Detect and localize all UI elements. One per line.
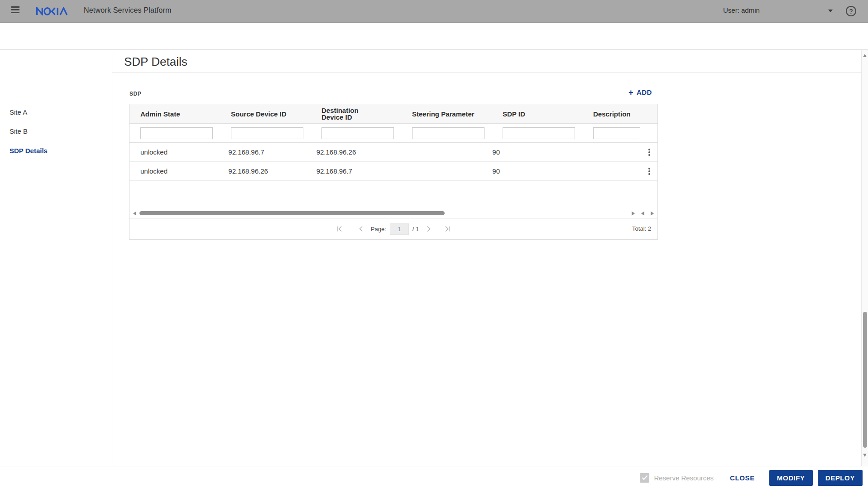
add-button[interactable]: + ADD <box>628 88 652 96</box>
footer-action-bar: Reserve Resources CLOSE MODIFY DEPLOY <box>0 466 868 489</box>
help-button[interactable]: ? <box>846 6 856 16</box>
first-page-button[interactable] <box>336 225 344 232</box>
filter-input-steering-parameter[interactable] <box>412 127 484 139</box>
column-scroll-left-icon[interactable] <box>641 211 644 216</box>
main-content: SDP Details SDP + ADD Admin State Source… <box>112 50 861 466</box>
help-icon: ? <box>849 8 853 15</box>
column-scroll-right-icon[interactable] <box>651 211 654 216</box>
column-header-steering-parameter[interactable]: Steering Parameter <box>401 111 492 117</box>
sdp-table: Admin State Source Device ID Destination… <box>129 104 658 240</box>
table-row[interactable]: unlocked 92.168.96.7 92.168.96.26 90 <box>129 143 657 162</box>
menu-button[interactable] <box>11 6 19 16</box>
cell-source-device-id: 92.168.96.7 <box>217 148 305 156</box>
scroll-left-icon[interactable] <box>133 211 136 216</box>
cell-destination-device-id: 92.168.96.7 <box>306 167 393 175</box>
column-header-sdp-id[interactable]: SDP ID <box>492 111 582 117</box>
reserve-resources-checkbox[interactable] <box>640 473 649 483</box>
page-label: Page: <box>371 226 386 232</box>
filter-input-admin-state[interactable] <box>140 127 213 139</box>
page-header: Edit Service: DemoEpipe <box>0 23 868 50</box>
last-page-button[interactable] <box>443 225 451 232</box>
kebab-icon <box>648 149 650 150</box>
page-input[interactable]: 1 <box>390 223 409 235</box>
plus-icon: + <box>628 89 633 96</box>
pagination-bar: Page: 1 / 1 Total: 2 <box>129 218 657 239</box>
app-root: Network Services Platform User: admin ? … <box>0 0 868 489</box>
hamburger-icon <box>11 6 19 8</box>
sdp-panel-label: SDP <box>129 91 141 97</box>
filter-input-sdp-id[interactable] <box>503 127 575 139</box>
cell-source-device-id: 92.168.96.26 <box>217 167 305 175</box>
total-count: Total: 2 <box>632 225 651 232</box>
user-menu[interactable]: User: admin <box>723 6 760 14</box>
deploy-button[interactable]: DEPLOY <box>818 470 863 486</box>
row-menu-button[interactable] <box>644 165 655 177</box>
chevron-down-icon[interactable] <box>828 10 833 12</box>
cell-sdp-id: 90 <box>481 167 569 175</box>
add-button-label: ADD <box>637 88 652 96</box>
scroll-down-icon[interactable] <box>863 454 867 457</box>
filter-input-source-device-id[interactable] <box>231 127 303 139</box>
horizontal-scrollbar-thumb[interactable] <box>139 211 445 215</box>
column-header-description[interactable]: Description <box>582 111 657 117</box>
cell-admin-state: unlocked <box>129 167 217 175</box>
sidebar-item-sdp-details[interactable]: SDP Details <box>10 147 48 155</box>
nokia-logo <box>36 7 68 17</box>
close-button[interactable]: CLOSE <box>730 474 755 482</box>
reserve-resources-label: Reserve Resources <box>654 474 714 482</box>
app-title: Network Services Platform <box>84 6 172 15</box>
column-header-destination-device-id[interactable]: Destination Device ID <box>311 107 401 121</box>
table-header-row: Admin State Source Device ID Destination… <box>129 104 657 124</box>
scroll-right-icon[interactable] <box>632 211 635 216</box>
filter-input-description[interactable] <box>593 127 640 139</box>
table-filter-row <box>129 124 657 143</box>
sidebar-item-site-a[interactable]: Site A <box>10 108 27 116</box>
column-header-admin-state[interactable]: Admin State <box>129 111 220 117</box>
horizontal-scrollbar[interactable] <box>129 208 657 218</box>
cell-sdp-id: 90 <box>481 148 569 156</box>
cell-destination-device-id: 92.168.96.26 <box>306 148 393 156</box>
column-header-source-device-id[interactable]: Source Device ID <box>220 111 311 117</box>
row-menu-button[interactable] <box>644 146 655 158</box>
page-total-label: / 1 <box>412 226 419 232</box>
prev-page-button[interactable] <box>358 225 364 232</box>
sidebar-item-site-b[interactable]: Site B <box>10 127 28 135</box>
check-icon <box>642 475 648 480</box>
topbar: Network Services Platform User: admin ? <box>0 0 868 23</box>
kebab-icon <box>648 168 650 169</box>
table-row[interactable]: unlocked 92.168.96.26 92.168.96.7 90 <box>129 162 657 181</box>
vertical-scrollbar[interactable] <box>861 50 868 466</box>
next-page-button[interactable] <box>426 225 432 232</box>
vertical-scrollbar-thumb[interactable] <box>863 312 867 448</box>
modify-button[interactable]: MODIFY <box>769 470 813 486</box>
section-title: SDP Details <box>124 55 187 69</box>
filter-input-destination-device-id[interactable] <box>321 127 394 139</box>
sidebar: Site A Site B SDP Details <box>0 50 112 466</box>
scroll-up-icon[interactable] <box>863 54 867 57</box>
cell-admin-state: unlocked <box>129 148 217 156</box>
